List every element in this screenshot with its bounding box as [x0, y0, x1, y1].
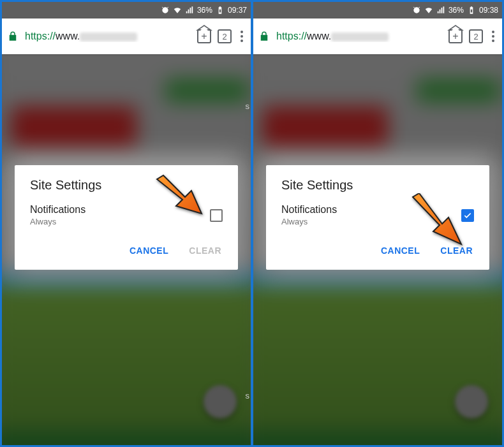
home-plus-icon: +: [452, 31, 458, 42]
url-protocol: https://: [276, 31, 307, 41]
screenshot-left: s s 36% 09:37 https://www. + 2 Site Sett…: [2, 2, 251, 445]
home-button[interactable]: +: [448, 29, 463, 43]
url-redacted: [331, 33, 389, 41]
browser-url-bar: https://www. + 2: [2, 18, 251, 54]
home-button[interactable]: +: [197, 29, 211, 43]
annotation-arrow: [152, 174, 212, 225]
clock-time: 09:38: [479, 6, 498, 15]
tabs-button[interactable]: 2: [218, 29, 232, 43]
notifications-label: Notifications: [30, 204, 85, 216]
signal-icon: [436, 6, 445, 15]
url-host-prefix: www.: [307, 31, 331, 41]
alarm-icon: [412, 6, 421, 15]
tabs-button[interactable]: 2: [469, 29, 483, 43]
screenshot-right: 36% 09:38 https://www. + 2 Site Settings…: [253, 2, 502, 445]
menu-icon[interactable]: [238, 31, 246, 42]
battery-percent: 36%: [197, 6, 212, 15]
signal-icon: [185, 6, 194, 15]
lock-icon: [7, 31, 19, 42]
floating-action-button[interactable]: [204, 385, 237, 418]
url-redacted: [80, 33, 137, 41]
notifications-sublabel: Always: [281, 217, 337, 226]
wifi-icon: [424, 6, 433, 15]
notifications-label: Notifications: [281, 204, 337, 216]
home-plus-icon: +: [201, 31, 207, 42]
lock-icon: [258, 31, 270, 42]
notifications-sublabel: Always: [30, 217, 85, 226]
battery-icon: [216, 6, 225, 15]
clock-time: 09:37: [228, 6, 247, 15]
battery-percent: 36%: [448, 6, 464, 15]
url-host-prefix: www.: [56, 31, 80, 41]
dialog-title: Site Settings: [281, 178, 474, 193]
floating-action-button[interactable]: [455, 385, 488, 418]
alarm-icon: [161, 6, 170, 15]
battery-icon: [467, 6, 476, 15]
menu-icon[interactable]: [489, 31, 497, 42]
url-text[interactable]: https://www.: [276, 31, 442, 42]
tab-count: 2: [473, 32, 478, 41]
tab-count: 2: [222, 32, 226, 41]
clear-button[interactable]: CLEAR: [188, 242, 223, 260]
annotation-arrow: [406, 193, 470, 254]
status-bar: 36% 09:37: [2, 2, 251, 18]
cancel-button[interactable]: CANCEL: [128, 242, 170, 260]
browser-url-bar: https://www. + 2: [253, 18, 502, 54]
wifi-icon: [173, 6, 182, 15]
url-protocol: https://: [25, 31, 56, 41]
status-bar: 36% 09:38: [253, 2, 502, 18]
url-text[interactable]: https://www.: [25, 31, 191, 42]
